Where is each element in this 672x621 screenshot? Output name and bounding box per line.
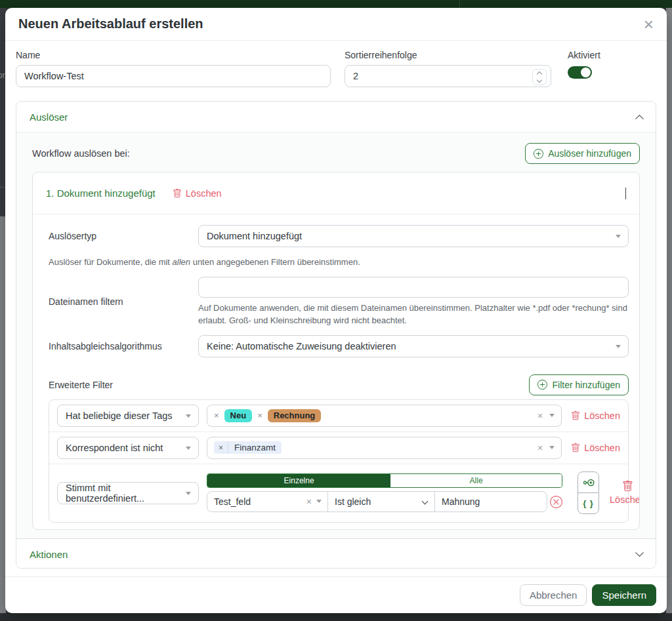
- trigger-card-body: Auslösertyp Dokument hinzugefügt Auslöse…: [33, 214, 639, 523]
- node-plus-icon: [583, 477, 595, 489]
- trigger-type-hint: Auslöser für Dokumente, die mit allen un…: [49, 256, 629, 269]
- actions-section-title: Aktionen: [30, 549, 68, 560]
- name-label: Name: [16, 50, 331, 60]
- caret-down-icon: [316, 500, 322, 503]
- clear-all-icon[interactable]: ×: [537, 411, 543, 421]
- trash-icon: [622, 481, 633, 492]
- stepper-down-icon[interactable]: [537, 77, 542, 83]
- chevron-up-icon: [635, 114, 644, 123]
- chevron-down-icon: [635, 548, 644, 557]
- filter-row-custom-field: Stimmt mit benutzerdefiniert... Einzelne…: [49, 464, 628, 522]
- add-filter-button[interactable]: Filter hinzufügen: [529, 374, 629, 395]
- caret-down-icon: [616, 235, 621, 238]
- caret-down-icon: [549, 446, 555, 449]
- filter-row-tags: Hat beliebige dieser Tags × Neu × Rechnu…: [49, 400, 628, 432]
- filter-type-select[interactable]: Stimmt mit benutzerdefiniert...: [57, 482, 199, 504]
- segment-any[interactable]: Einzelne: [207, 474, 390, 487]
- circle-plus-icon: [534, 149, 543, 159]
- advanced-filters-card: Hat beliebige dieser Tags × Neu × Rechnu…: [49, 399, 629, 523]
- delete-trigger-button[interactable]: Löschen: [173, 188, 222, 199]
- navbar-divider: [459, 0, 460, 8]
- remove-item-icon[interactable]: ×: [214, 441, 228, 454]
- cancel-button[interactable]: Abbrechen: [520, 584, 587, 606]
- operator-select[interactable]: Ist gleich: [327, 491, 435, 512]
- filename-filter-hint: Auf Dokumente anwenden, die mit diesem D…: [198, 302, 629, 327]
- backdrop-text-fragment: or: [0, 71, 5, 80]
- delete-filter-button[interactable]: Löschen: [610, 481, 640, 505]
- condition-value-input[interactable]: Mahnung: [434, 491, 547, 512]
- caret-down-icon: [549, 414, 555, 417]
- add-trigger-button[interactable]: Auslöser hinzufügen: [525, 143, 640, 164]
- trigger-title: 1. Dokument hinzugefügt: [46, 188, 156, 199]
- match-mode-segmented: Einzelne Alle: [207, 473, 562, 488]
- filter-type-select[interactable]: Hat beliebige dieser Tags: [57, 405, 199, 427]
- advanced-filters-label: Erweiterte Filter: [49, 380, 198, 390]
- triggers-accordion-header[interactable]: Auslöser: [16, 102, 656, 132]
- filename-filter-label: Dateinamen filtern: [49, 296, 198, 307]
- create-workflow-dialog: Neuen Arbeitsablauf erstellen × Name Sor…: [5, 8, 667, 613]
- matching-algorithm-label: Inhaltsabgleichsalgorithmus: [49, 341, 198, 351]
- condition-group: Test_feld × Ist gleich: [207, 491, 547, 512]
- dialog-body: Name Sortierreihenfolge Aktiviert Auslös…: [5, 41, 667, 576]
- segment-all[interactable]: Alle: [390, 474, 562, 487]
- clear-all-icon[interactable]: ×: [537, 443, 543, 453]
- braces-icon[interactable]: { }: [578, 492, 599, 514]
- remove-tag-icon[interactable]: ×: [214, 411, 219, 420]
- remove-tag-icon[interactable]: ×: [257, 411, 262, 420]
- add-condition-button[interactable]: [578, 471, 599, 493]
- sort-order-label: Sortierreihenfolge: [345, 50, 551, 60]
- caret-down-icon: [186, 447, 191, 450]
- triggers-section-body: Workflow auslösen bei: Auslöser hinzufüg…: [16, 132, 656, 538]
- app-navbar-backdrop: [0, 0, 672, 8]
- filter-row-correspondent: Korrespondent ist nicht × Finanzamt: [49, 432, 628, 464]
- trash-icon: [571, 411, 580, 420]
- sort-order-input[interactable]: [345, 65, 551, 87]
- actions-accordion-header[interactable]: Aktionen: [16, 539, 656, 569]
- dialog-header: Neuen Arbeitsablauf erstellen ×: [5, 8, 667, 41]
- backdrop-scrollbar[interactable]: [666, 8, 672, 613]
- matching-algorithm-select[interactable]: Keine: Automatische Zuweisung deaktivier…: [198, 335, 629, 357]
- trigger-card-header[interactable]: 1. Dokument hinzugefügt Löschen: [33, 172, 639, 214]
- dialog-title: Neuen Arbeitsablauf erstellen: [18, 16, 203, 31]
- delete-filter-button[interactable]: Löschen: [571, 411, 620, 421]
- caret-down-icon: [186, 492, 191, 495]
- close-icon[interactable]: ×: [644, 16, 654, 33]
- save-button[interactable]: Speichern: [592, 584, 656, 606]
- backdrop-bottom: [0, 613, 672, 621]
- filter-type-select[interactable]: Korrespondent ist nicht: [57, 437, 199, 459]
- trigger-type-label: Auslösertyp: [49, 231, 198, 241]
- circle-plus-icon: [537, 380, 547, 390]
- clear-field-icon[interactable]: ×: [306, 496, 312, 507]
- trash-icon: [571, 443, 580, 452]
- dialog-footer: Abbrechen Speichern: [5, 576, 667, 613]
- trash-icon: [173, 189, 182, 198]
- correspondent-pill: × Finanzamt: [214, 441, 282, 454]
- custom-field-select[interactable]: Test_feld ×: [207, 491, 328, 512]
- trigger-card: 1. Dokument hinzugefügt Löschen Auslöser…: [32, 172, 640, 530]
- number-stepper[interactable]: [532, 69, 547, 85]
- workflow-meta-row: Name Sortierreihenfolge Aktiviert: [16, 50, 656, 90]
- correspondent-multiselect[interactable]: × Finanzamt ×: [207, 437, 562, 459]
- trigger-type-select[interactable]: Dokument hinzugefügt: [198, 225, 629, 247]
- name-input[interactable]: [16, 65, 331, 87]
- tag-pill: Neu: [224, 409, 253, 422]
- triggers-section-title: Auslöser: [30, 111, 68, 123]
- remove-condition-icon[interactable]: [550, 496, 562, 508]
- actions-accordion-item: Aktionen: [16, 538, 656, 569]
- caret-down-icon: [616, 345, 621, 348]
- enabled-label: Aktiviert: [568, 50, 600, 60]
- chevron-down-icon: [422, 498, 429, 505]
- workflow-accordion: Auslöser Workflow auslösen bei: Auslöser…: [16, 101, 656, 569]
- stepper-up-icon[interactable]: [537, 71, 542, 77]
- delete-filter-button[interactable]: Löschen: [571, 443, 620, 453]
- enabled-toggle[interactable]: [568, 66, 592, 79]
- trigger-on-label: Workflow auslösen bei:: [32, 148, 130, 159]
- tags-multiselect[interactable]: × Neu × Rechnung ×: [207, 405, 562, 427]
- tag-pill: Rechnung: [268, 409, 322, 422]
- filename-filter-input[interactable]: [198, 277, 629, 298]
- chevron-up-icon: [625, 188, 626, 199]
- caret-down-icon: [186, 414, 191, 418]
- toggle-knob: [581, 68, 591, 77]
